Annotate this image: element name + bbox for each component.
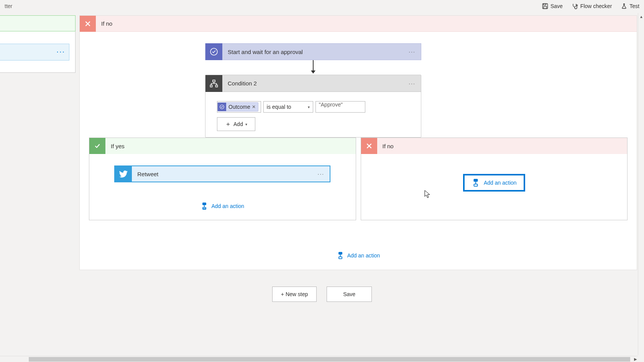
add-action-yes-button[interactable]: Add an action	[196, 200, 249, 212]
if-yes-branch: If yes Retweet ··· Add an action	[89, 138, 356, 220]
condition-operator-select[interactable]: is equal to ▾	[263, 101, 313, 113]
flask-icon	[621, 3, 627, 9]
add-action-icon	[472, 179, 480, 187]
svg-rect-13	[339, 252, 342, 254]
stethoscope-icon	[572, 3, 578, 9]
condition-left-operand[interactable]: Outcome ✕	[217, 101, 261, 113]
new-step-button[interactable]: + New step	[272, 287, 317, 302]
approval-title: Start and wait for an approval	[222, 49, 403, 55]
flow-canvas: If no Start and wait for an approval ···…	[79, 15, 637, 270]
cross-icon	[361, 138, 377, 154]
save-icon	[542, 3, 548, 9]
retweet-title: Retweet	[132, 171, 312, 177]
scroll-up-icon[interactable]: ▲	[638, 13, 644, 20]
svg-rect-12	[474, 184, 477, 187]
add-condition-button[interactable]: ＋ Add ▾	[217, 117, 255, 131]
cross-icon	[80, 16, 96, 32]
if-no-branch: If no Add an action	[361, 138, 628, 220]
remove-token-icon[interactable]: ✕	[252, 104, 256, 110]
if-yes-label: If yes	[105, 143, 125, 149]
svg-rect-7	[216, 85, 218, 87]
svg-rect-10	[203, 207, 206, 209]
plus-icon: ＋	[225, 120, 231, 128]
condition-card: Condition 2 ··· Outcome ✕ is equal to ▾	[205, 75, 421, 138]
approval-icon	[218, 103, 226, 111]
svg-rect-11	[474, 179, 477, 182]
condition-value-input[interactable]: "Approve"	[315, 101, 365, 113]
more-menu-icon[interactable]: ···	[403, 80, 421, 87]
scroll-right-icon[interactable]: ▶	[634, 357, 637, 361]
flow-checker-button[interactable]: Flow checker	[572, 3, 612, 9]
approval-icon	[205, 43, 222, 60]
if-no-header[interactable]: If no	[361, 138, 628, 154]
add-action-no-button[interactable]: Add an action	[463, 174, 525, 192]
if-no-label: If no	[377, 143, 394, 149]
test-button[interactable]: Test	[621, 3, 639, 9]
add-action-bottom-button[interactable]: Add an action	[332, 249, 385, 262]
svg-point-3	[576, 5, 577, 6]
svg-rect-2	[544, 7, 547, 9]
vertical-scrollbar[interactable]: ▲	[638, 13, 644, 355]
approval-action-card[interactable]: Start and wait for an approval ···	[205, 43, 421, 60]
chevron-down-icon: ▾	[308, 105, 310, 109]
if-yes-header[interactable]: If yes	[89, 138, 356, 154]
dynamic-token-outcome: Outcome ✕	[217, 102, 258, 111]
clipped-action-card[interactable]: ···	[0, 44, 69, 61]
add-action-icon	[200, 202, 208, 210]
save-button-bottom[interactable]: Save	[327, 287, 372, 302]
horizontal-scrollbar[interactable]: ▶	[0, 356, 638, 362]
chevron-down-icon: ▾	[245, 122, 247, 126]
retweet-action-card[interactable]: Retweet ···	[114, 165, 330, 182]
outer-if-no-label: If no	[96, 20, 112, 27]
more-menu-icon[interactable]: ···	[403, 49, 421, 55]
condition-icon	[205, 75, 222, 92]
more-menu-icon[interactable]: ···	[312, 171, 330, 177]
save-button-top[interactable]: Save	[542, 3, 563, 9]
top-toolbar: tter Save Flow checker Test	[0, 0, 644, 12]
condition-title: Condition 2	[222, 80, 403, 87]
clipped-branch-header	[0, 15, 76, 31]
svg-rect-9	[203, 203, 206, 205]
twitter-icon	[115, 165, 132, 182]
check-icon	[89, 138, 105, 154]
svg-rect-1	[544, 4, 546, 5]
outer-if-no-header[interactable]: If no	[80, 16, 637, 32]
flow-title-fragment: tter	[5, 3, 12, 9]
condition-header[interactable]: Condition 2 ···	[205, 75, 421, 92]
add-action-icon	[337, 252, 344, 259]
connector-arrow	[313, 60, 314, 73]
svg-rect-14	[339, 257, 342, 259]
more-menu-icon[interactable]: ···	[56, 47, 65, 56]
horizontal-scroll-thumb[interactable]	[29, 357, 630, 362]
svg-rect-5	[213, 80, 215, 82]
svg-rect-6	[210, 85, 212, 87]
